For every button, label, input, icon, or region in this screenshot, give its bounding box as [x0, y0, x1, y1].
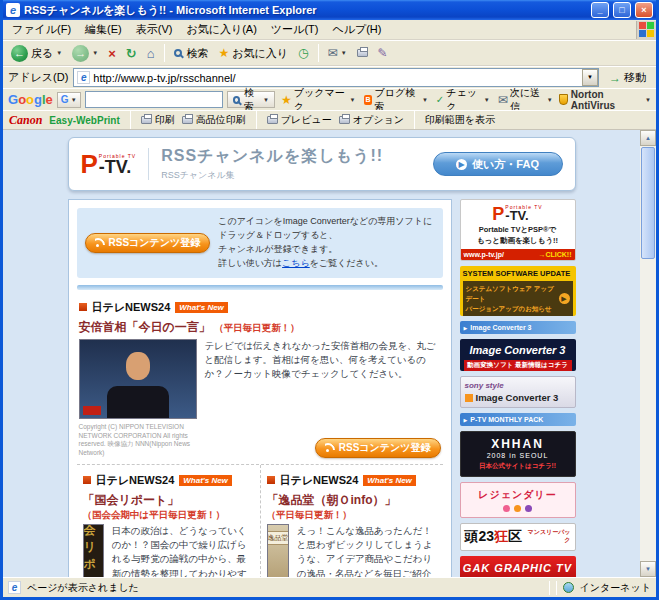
status-message: ページが表示されました: [27, 581, 543, 595]
menu-favorites[interactable]: お気に入り(A): [179, 20, 263, 39]
mail-button[interactable]: ✉▼: [324, 44, 351, 62]
maximize-button[interactable]: □: [613, 2, 631, 18]
show-print-range-button[interactable]: 印刷範囲を表示: [425, 113, 495, 127]
faq-button[interactable]: ▶ 使い方・FAQ: [433, 152, 563, 176]
23ku-sub: マンスリーパック: [526, 529, 570, 545]
card-description: 日本の政治は、どうなっていくのか！？国会の中で繰り広げられる与野党の論戦の中から…: [112, 524, 254, 577]
stop-button[interactable]: ×: [104, 44, 120, 63]
channel-name: 日テレNEWS24: [92, 300, 171, 315]
minimize-button[interactable]: _: [591, 2, 609, 18]
scrollbar-thumb[interactable]: [641, 147, 655, 259]
edit-button[interactable]: ✎: [374, 44, 392, 62]
hq-print-button[interactable]: 高品位印刷: [182, 113, 246, 127]
sony-style-banner[interactable]: sony style Image Converter 3: [460, 376, 576, 408]
menu-tools[interactable]: ツール(T): [264, 20, 326, 39]
mail-dropdown-icon[interactable]: ▼: [341, 50, 347, 56]
scroll-down-button[interactable]: ▼: [640, 561, 656, 577]
page-title: RSSチャンネルを楽しもう!!: [161, 146, 383, 167]
printer-icon: [182, 116, 193, 124]
legendary-banner[interactable]: レジェンダリー: [460, 482, 576, 518]
canon-logo: Canon: [9, 113, 42, 128]
close-button[interactable]: ×: [635, 2, 653, 18]
arrow-icon: ▶: [464, 325, 468, 331]
seoul-event-banner[interactable]: XHHAN 2008 in SEOUL 日本公式サイトはコチラ!!: [460, 431, 576, 477]
card-schedule: （平日毎日更新！）: [214, 322, 300, 333]
menu-file[interactable]: ファイル(F): [5, 20, 78, 39]
internet-zone-label: インターネット: [580, 581, 651, 595]
menu-edit[interactable]: 編集(E): [78, 20, 129, 39]
go-button[interactable]: → 移動: [604, 69, 651, 86]
scrollbar-track[interactable]: [640, 146, 656, 561]
edit-icon: ✎: [378, 46, 388, 60]
channel-name: 日テレNEWS24: [96, 473, 175, 488]
address-dropdown-button[interactable]: ▼: [582, 69, 598, 86]
history-button[interactable]: ◷: [294, 44, 312, 62]
go-label: 移動: [624, 70, 646, 85]
ptv-logo-tv: -TV.: [505, 210, 528, 222]
intro-text: このアイコンをImage Converterなどの専用ソフトにドラッグ＆ドロップ…: [218, 215, 434, 271]
address-input[interactable]: [90, 70, 582, 85]
favorites-button[interactable]: ★ お気に入り: [215, 44, 293, 63]
blogsearch-icon: B: [364, 95, 373, 105]
gak-graphic-tv-banner[interactable]: GAK GRAPHIC TV: [460, 556, 576, 577]
preview-button[interactable]: プレビュー: [267, 113, 332, 127]
rss-register-button[interactable]: RSSコンテンツ登録: [315, 438, 441, 458]
ptv-monthly-pack-banner[interactable]: ▶ P-TV MONTHLY PACK: [460, 413, 576, 426]
back-icon: ←: [11, 45, 28, 62]
stop-icon: ×: [108, 46, 116, 61]
page-subtitle: RSSチャンネル集: [161, 169, 383, 182]
ic-strip-text: 動画変換ソフト 最新情報はコチラ: [464, 360, 572, 371]
scroll-up-button[interactable]: ▲: [640, 130, 656, 146]
google-search-input[interactable]: [85, 91, 223, 108]
norton-label: Norton AntiVirus: [571, 89, 642, 111]
vertical-scrollbar[interactable]: ▲ ▼: [640, 130, 656, 577]
ptv-psp-ad-banner[interactable]: P Portable TV -TV. Portable TVとPSP®でもっと動…: [460, 199, 576, 261]
favorites-star-icon: ★: [219, 46, 230, 60]
intro-line3-post: をご覧ください。: [310, 258, 383, 268]
thumbnail-caption-tag: [83, 406, 101, 415]
back-button[interactable]: ← 戻る ▼: [7, 43, 66, 64]
intro-box: RSSコンテンツ登録 このアイコンをImage Converterなどの専用ソフ…: [77, 208, 443, 278]
search-button[interactable]: 検索: [170, 44, 213, 63]
options-button[interactable]: オプション: [339, 113, 404, 127]
mail-icon: ✉: [328, 46, 338, 60]
back-dropdown-icon[interactable]: ▼: [56, 50, 62, 56]
print-button[interactable]: [353, 47, 372, 59]
channel-name: 日テレNEWS24: [280, 473, 359, 488]
home-button[interactable]: ⌂: [143, 44, 159, 63]
ie-app-icon: e: [6, 3, 20, 17]
hq-print-label: 高品位印刷: [196, 113, 246, 127]
image-converter-dark-banner[interactable]: Image Converter 3 動画変換ソフト 最新情報はコチラ: [460, 339, 576, 371]
howto-link[interactable]: こちら: [282, 258, 310, 268]
check-dropdown-icon: ▼: [484, 97, 490, 103]
menu-help[interactable]: ヘルプ(H): [325, 20, 388, 39]
home-icon: ⌂: [147, 46, 155, 61]
forward-button[interactable]: → ▼: [68, 43, 102, 64]
channel-bullet-icon: [267, 476, 275, 484]
back-label: 戻る: [31, 46, 53, 61]
faq-label: 使い方・FAQ: [472, 157, 539, 172]
refresh-icon: ↻: [126, 46, 137, 61]
toolbar-separator: [256, 111, 257, 129]
send-icon: ✉: [498, 93, 508, 107]
monthly-pack-23ku-banner[interactable]: 頭23狂区 マンスリーパック: [460, 523, 576, 551]
system-software-update-banner[interactable]: SYSTEM SOFTWARE UPDATE システムソフトウェア アップデート…: [460, 266, 576, 316]
norton-dropdown-icon: ▼: [645, 97, 651, 103]
orange-square-icon: [465, 394, 473, 402]
ptv-logo[interactable]: P Portable TV -TV.: [81, 153, 137, 175]
google-menu-button[interactable]: G▼: [57, 92, 81, 108]
copyright-text: Copyright (C) NIPPON TELEVISION NETWORK …: [79, 423, 197, 458]
kokkai-thumbnail: 国会 リポート: [83, 524, 104, 577]
print-icon: [357, 49, 368, 57]
sony-ic-title: Image Converter 3: [476, 392, 559, 403]
forward-dropdown-icon[interactable]: ▼: [92, 50, 98, 56]
print-page-button[interactable]: 印刷: [141, 113, 175, 127]
google-search-button[interactable]: 検索 ▼: [227, 91, 275, 108]
refresh-button[interactable]: ↻: [122, 44, 141, 63]
rss-register-button[interactable]: RSSコンテンツ登録: [85, 233, 211, 253]
norton-antivirus-button[interactable]: Norton AntiVirus ▼: [559, 89, 651, 111]
ad-sidebar: P Portable TV -TV. Portable TVとPSP®でもっと動…: [460, 199, 576, 577]
image-converter-bar-banner[interactable]: ▶ Image Converter 3: [460, 321, 576, 334]
menu-view[interactable]: 表示(V): [129, 20, 180, 39]
favorites-label: お気に入り: [232, 46, 288, 61]
